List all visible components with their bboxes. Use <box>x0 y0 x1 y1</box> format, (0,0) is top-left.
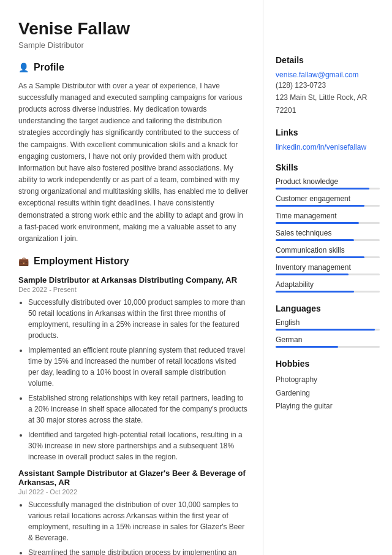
skill-bar-bg-4 <box>276 256 380 258</box>
skill-bar-bg-0 <box>276 188 380 189</box>
skill-name-2: Time management <box>276 212 380 220</box>
skill-bar-bg-1 <box>276 205 380 207</box>
hobby-item-2: Playing the guitar <box>276 400 380 413</box>
phone-detail: (128) 123-0723 <box>276 79 380 91</box>
candidate-name: Venise Fallaw <box>18 18 248 39</box>
skill-name-5: Inventory management <box>276 263 380 272</box>
lang-item-1: German <box>276 335 380 348</box>
jobs-container: Sample Distributor at Arkansas Distribut… <box>18 275 248 555</box>
skill-bar-fill-1 <box>276 205 364 207</box>
skill-item-1: Customer engagement <box>276 194 380 207</box>
job-bullets-1: Successfully managed the distribution of… <box>18 499 248 555</box>
skill-name-6: Adaptability <box>276 280 380 289</box>
skill-item-0: Product knowledge <box>276 177 380 189</box>
job-date-0: Dec 2022 - Present <box>18 286 248 293</box>
skill-name-1: Customer engagement <box>276 194 380 203</box>
profile-text: As a Sample Distributor with over a year… <box>18 80 248 245</box>
skills-section: Skills Product knowledgeCustomer engagem… <box>276 163 380 293</box>
lang-bar-fill-1 <box>276 346 338 348</box>
lang-bar-fill-0 <box>276 329 375 331</box>
skill-bar-fill-2 <box>276 222 359 224</box>
address-detail: 123 Main St, Little Rock, AR 72201 <box>276 91 380 117</box>
skill-item-2: Time management <box>276 212 380 224</box>
job-title-0: Sample Distributor at Arkansas Distribut… <box>18 275 248 285</box>
skill-bar-fill-3 <box>276 239 354 241</box>
hobby-item-0: Photography <box>276 373 380 387</box>
employment-section: 💼 Employment History Sample Distributor … <box>18 256 248 555</box>
skill-bar-fill-6 <box>276 291 354 293</box>
profile-section: 👤 Profile As a Sample Distributor with o… <box>18 62 248 245</box>
details-section-title: Details <box>276 55 380 65</box>
job-bullets-0: Successfully distributed over 10,000 pro… <box>18 297 248 462</box>
skill-bar-fill-0 <box>276 188 369 189</box>
profile-section-title: 👤 Profile <box>18 62 248 75</box>
right-column: Details venise.fallaw@gmail.com (128) 12… <box>263 0 392 555</box>
lang-name-0: English <box>276 318 380 327</box>
candidate-title: Sample Distributor <box>18 40 248 50</box>
job-bullet-0-3: Identified and targeted high-potential r… <box>28 429 248 462</box>
header: Venise Fallaw Sample Distributor <box>18 18 248 50</box>
linkedin-link[interactable]: linkedin.com/in/venisefallaw <box>276 143 366 151</box>
skill-name-4: Communication skills <box>276 246 380 255</box>
profile-icon: 👤 <box>18 63 29 72</box>
job-bullet-0-0: Successfully distributed over 10,000 pro… <box>28 297 248 341</box>
skill-bar-fill-4 <box>276 256 364 258</box>
skill-item-6: Adaptability <box>276 280 380 293</box>
languages-section: Languages EnglishGerman <box>276 304 380 348</box>
lang-item-0: English <box>276 318 380 331</box>
job-bullet-1-1: Streamlined the sample distribution proc… <box>28 547 248 555</box>
left-column: Venise Fallaw Sample Distributor 👤 Profi… <box>0 0 263 555</box>
skill-bar-bg-3 <box>276 239 380 241</box>
employment-section-title: 💼 Employment History <box>18 256 248 269</box>
skill-item-5: Inventory management <box>276 263 380 275</box>
hobby-item-1: Gardening <box>276 387 380 400</box>
details-section: Details venise.fallaw@gmail.com (128) 12… <box>276 55 380 117</box>
job-bullet-0-1: Implemented an efficient route planning … <box>28 345 248 389</box>
skill-bar-fill-5 <box>276 274 349 275</box>
skill-item-4: Communication skills <box>276 246 380 258</box>
lang-name-1: German <box>276 335 380 344</box>
languages-section-title: Languages <box>276 304 380 313</box>
job-bullet-1-0: Successfully managed the distribution of… <box>28 499 248 543</box>
employment-icon: 💼 <box>18 256 29 266</box>
job-date-1: Jul 2022 - Oct 2022 <box>18 488 248 496</box>
email-link[interactable]: venise.fallaw@gmail.com <box>276 71 359 79</box>
hobbies-section-title: Hobbies <box>276 359 380 369</box>
skill-bar-bg-2 <box>276 222 380 224</box>
skills-container: Product knowledgeCustomer engagementTime… <box>276 177 380 293</box>
links-section-title: Links <box>276 128 380 137</box>
skill-name-0: Product knowledge <box>276 177 380 186</box>
hobbies-section: Hobbies PhotographyGardeningPlaying the … <box>276 359 380 413</box>
job-bullet-0-2: Established strong relationships with ke… <box>28 392 248 426</box>
resume-page: Venise Fallaw Sample Distributor 👤 Profi… <box>0 0 392 555</box>
skill-item-3: Sales techniques <box>276 229 380 241</box>
lang-bar-bg-1 <box>276 346 380 348</box>
lang-bar-bg-0 <box>276 329 380 331</box>
languages-container: EnglishGerman <box>276 318 380 348</box>
skills-section-title: Skills <box>276 163 380 172</box>
job-title-1: Assistant Sample Distributor at Glazer's… <box>18 469 248 487</box>
hobbies-container: PhotographyGardeningPlaying the guitar <box>276 373 380 413</box>
links-section: Links linkedin.com/in/venisefallaw <box>276 128 380 151</box>
skill-bar-bg-6 <box>276 291 380 293</box>
skill-name-3: Sales techniques <box>276 229 380 237</box>
skill-bar-bg-5 <box>276 274 380 275</box>
